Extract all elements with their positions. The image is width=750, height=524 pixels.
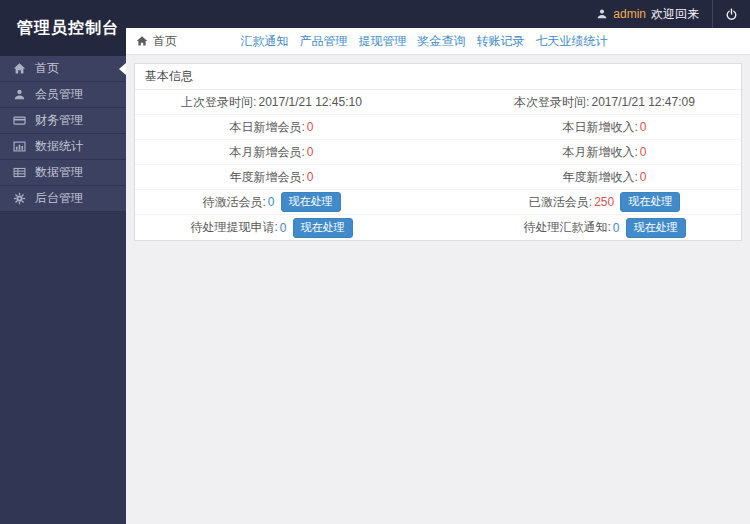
handle-now-button[interactable]: 现在处理 xyxy=(620,192,680,212)
handle-now-button[interactable]: 现在处理 xyxy=(293,218,353,238)
quick-links: 汇款通知 产品管理 提现管理 奖金查询 转账记录 七天业绩统计 xyxy=(241,33,636,50)
sidebar-item-members[interactable]: 会员管理 xyxy=(0,82,126,108)
user-menu[interactable]: admin 欢迎回来 xyxy=(583,0,712,28)
stat-value: 250 xyxy=(594,195,614,209)
sidebar-item-label: 数据统计 xyxy=(35,138,83,155)
stat-value: 0 xyxy=(280,221,287,235)
sidebar: 管理员控制台 首页 会员管理 财务管理 数据统计 数据管理 后台管理 xyxy=(0,0,126,524)
info-row: 本月新增会员: 0 本月新增收入: 0 xyxy=(135,140,741,165)
nav-link-seven-day-stats[interactable]: 七天业绩统计 xyxy=(536,33,608,50)
sidebar-item-admin[interactable]: 后台管理 xyxy=(0,186,126,212)
sidebar-item-label: 财务管理 xyxy=(35,112,83,129)
info-cell: 本次登录时间: 2017/1/21 12:47:09 xyxy=(408,94,741,111)
sidebar-item-finance[interactable]: 财务管理 xyxy=(0,108,126,134)
nav-link-withdrawals[interactable]: 提现管理 xyxy=(359,33,407,50)
cogs-icon xyxy=(13,192,26,205)
info-cell: 待激活会员: 0 现在处理 xyxy=(135,192,408,212)
info-row: 年度新增会员: 0 年度新增收入: 0 xyxy=(135,165,741,190)
stat-value: 0 xyxy=(613,221,620,235)
sidebar-item-data[interactable]: 数据管理 xyxy=(0,160,126,186)
stat-value: 2017/1/21 12:45:10 xyxy=(258,95,361,109)
stat-label: 待激活会员: xyxy=(202,194,265,211)
stat-label: 本次登录时间: xyxy=(514,94,589,111)
info-rows: 上次登录时间: 2017/1/21 12:45:10 本次登录时间: 2017/… xyxy=(135,90,741,240)
panel-title: 基本信息 xyxy=(135,64,741,90)
info-cell: 本日新增会员: 0 xyxy=(135,119,408,136)
stat-value: 0 xyxy=(307,145,314,159)
stat-label: 年度新增会员: xyxy=(229,169,304,186)
person-icon xyxy=(596,8,608,20)
info-cell: 上次登录时间: 2017/1/21 12:45:10 xyxy=(135,94,408,111)
stat-label: 本月新增会员: xyxy=(229,144,304,161)
stat-label: 本月新增收入: xyxy=(562,144,637,161)
nav-link-bonus-query[interactable]: 奖金查询 xyxy=(418,33,466,50)
nav-link-products[interactable]: 产品管理 xyxy=(300,33,348,50)
basic-info-panel: 基本信息 上次登录时间: 2017/1/21 12:45:10 本次登录时间: … xyxy=(134,63,742,241)
username: admin xyxy=(613,7,646,21)
sidebar-item-label: 数据管理 xyxy=(35,164,83,181)
breadcrumb-label: 首页 xyxy=(153,33,177,50)
sidebar-item-label: 会员管理 xyxy=(35,86,83,103)
content-area: 基本信息 上次登录时间: 2017/1/21 12:45:10 本次登录时间: … xyxy=(126,55,750,524)
nav-link-remittance-notice[interactable]: 汇款通知 xyxy=(241,33,289,50)
info-row: 待激活会员: 0 现在处理 已激活会员: 250 现在处理 xyxy=(135,190,741,215)
sidebar-menu: 首页 会员管理 财务管理 数据统计 数据管理 后台管理 xyxy=(0,56,126,212)
stat-value: 0 xyxy=(268,195,275,209)
stat-label: 待处理提现申请: xyxy=(190,219,277,236)
info-cell: 本月新增收入: 0 xyxy=(408,144,741,161)
top-bar: admin 欢迎回来 xyxy=(126,0,750,28)
info-cell: 待处理提现申请: 0 现在处理 xyxy=(135,218,408,238)
breadcrumb-bar: 首页 汇款通知 产品管理 提现管理 奖金查询 转账记录 七天业绩统计 xyxy=(126,28,750,55)
info-row: 上次登录时间: 2017/1/21 12:45:10 本次登录时间: 2017/… xyxy=(135,90,741,115)
stat-label: 上次登录时间: xyxy=(181,94,256,111)
app-title: 管理员控制台 xyxy=(0,0,126,56)
logout-button[interactable] xyxy=(712,0,750,28)
credit-card-icon xyxy=(13,114,26,127)
sidebar-item-label: 首页 xyxy=(35,60,59,77)
handle-now-button[interactable]: 现在处理 xyxy=(281,192,341,212)
bar-chart-icon xyxy=(13,140,26,153)
stat-value: 0 xyxy=(307,170,314,184)
power-icon xyxy=(725,8,738,21)
main-area: admin 欢迎回来 首页 汇款通知 产品管理 提现管理 奖金查询 转账记录 七… xyxy=(126,0,750,524)
info-cell: 已激活会员: 250 现在处理 xyxy=(408,192,741,212)
stat-value: 0 xyxy=(640,145,647,159)
stat-value: 0 xyxy=(307,120,314,134)
stat-value: 0 xyxy=(640,120,647,134)
sidebar-item-statistics[interactable]: 数据统计 xyxy=(0,134,126,160)
stat-label: 年度新增收入: xyxy=(562,169,637,186)
handle-now-button[interactable]: 现在处理 xyxy=(626,218,686,238)
admin-console: 管理员控制台 首页 会员管理 财务管理 数据统计 数据管理 后台管理 admin… xyxy=(0,0,750,524)
info-cell: 本月新增会员: 0 xyxy=(135,144,408,161)
table-icon xyxy=(13,166,26,179)
user-icon xyxy=(13,88,26,101)
stat-label: 本日新增收入: xyxy=(562,119,637,136)
nav-link-transfer-records[interactable]: 转账记录 xyxy=(477,33,525,50)
stat-label: 本日新增会员: xyxy=(229,119,304,136)
info-row: 待处理提现申请: 0 现在处理 待处理汇款通知: 0 现在处理 xyxy=(135,215,741,240)
stat-label: 待处理汇款通知: xyxy=(523,219,610,236)
stat-value: 0 xyxy=(640,170,647,184)
sidebar-item-label: 后台管理 xyxy=(35,190,83,207)
sidebar-item-home[interactable]: 首页 xyxy=(0,56,126,82)
info-cell: 年度新增收入: 0 xyxy=(408,169,741,186)
info-row: 本日新增会员: 0 本日新增收入: 0 xyxy=(135,115,741,140)
breadcrumb-home[interactable]: 首页 xyxy=(136,28,177,54)
info-cell: 本日新增收入: 0 xyxy=(408,119,741,136)
info-cell: 年度新增会员: 0 xyxy=(135,169,408,186)
welcome-text: 欢迎回来 xyxy=(651,6,699,23)
stat-label: 已激活会员: xyxy=(529,194,592,211)
stat-value: 2017/1/21 12:47:09 xyxy=(591,95,694,109)
info-cell: 待处理汇款通知: 0 现在处理 xyxy=(408,218,741,238)
home-icon xyxy=(136,35,148,47)
home-icon xyxy=(13,62,26,75)
